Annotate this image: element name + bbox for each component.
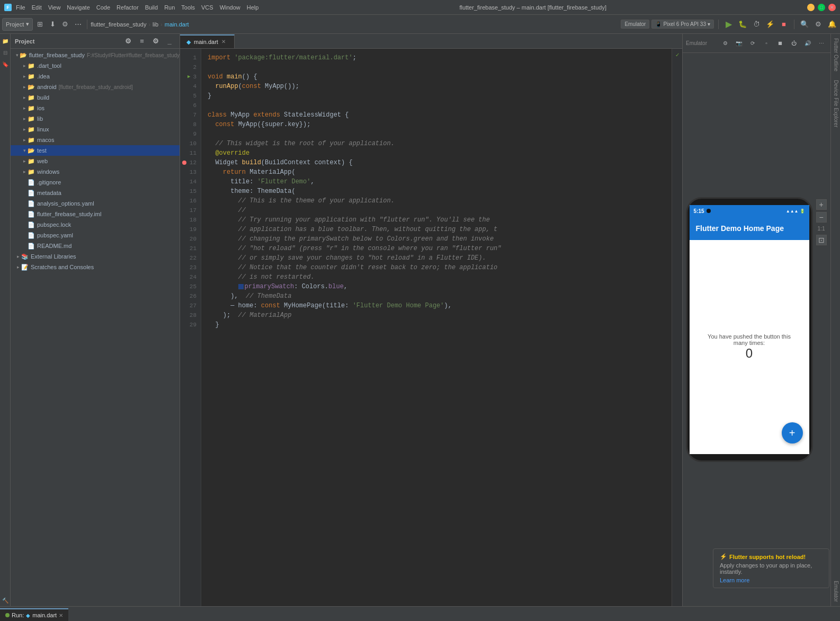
windows-label: windows xyxy=(37,168,59,175)
emulator-btn-5[interactable]: ⏹ xyxy=(774,38,786,49)
notifications-button[interactable]: 🔔 xyxy=(826,19,838,30)
minimize-button[interactable]: ─ xyxy=(807,4,815,11)
line-num-10: 10 xyxy=(180,139,201,148)
tree-web[interactable]: ▸ 📁 web xyxy=(11,156,180,166)
tree-pubspec-yaml[interactable]: 📄 pubspec.yaml xyxy=(11,230,180,241)
search-everywhere-button[interactable]: 🔍 xyxy=(799,19,810,30)
tree-linux[interactable]: ▸ 📁 linux xyxy=(11,124,180,135)
emulator-tab[interactable]: Emulator xyxy=(831,576,840,606)
menu-build[interactable]: Build xyxy=(145,4,158,11)
menu-window[interactable]: Window xyxy=(220,4,240,11)
tree-readme[interactable]: 📄 README.md xyxy=(11,241,180,251)
menu-refactor[interactable]: Refactor xyxy=(117,4,139,11)
close-button[interactable]: ✕ xyxy=(828,4,836,11)
profile-button[interactable]: ⏱ xyxy=(750,19,762,30)
menu-file[interactable]: File xyxy=(16,4,25,11)
settings-button[interactable]: ⚙ xyxy=(59,19,71,30)
device-file-explorer-tab[interactable]: Device File Explorer xyxy=(831,76,840,131)
hot-reload-button[interactable]: ⚡ xyxy=(764,19,776,30)
windows-arrow: ▸ xyxy=(21,168,28,175)
tab-close-button[interactable]: ✕ xyxy=(221,39,228,45)
panel-collapse[interactable]: _ xyxy=(164,36,175,47)
tree-windows[interactable]: ▸ 📁 windows xyxy=(11,166,180,177)
emulator-btn-1[interactable]: ⚙ xyxy=(719,38,731,49)
emulator-btn-6[interactable]: ⏻ xyxy=(788,38,800,49)
emulator-more-btn[interactable]: ⋯ xyxy=(816,38,827,49)
menu-run[interactable]: Run xyxy=(164,4,175,11)
emulator-btn-4[interactable]: ▫ xyxy=(761,38,772,49)
line-num-21: 21 xyxy=(180,244,201,253)
left-icon-project[interactable]: 📁 xyxy=(1,38,10,47)
tree-root[interactable]: ▾ 📂 flutter_firebase_study F:#Study#Flut… xyxy=(11,50,180,60)
panel-icon-2[interactable]: ≡ xyxy=(136,36,148,47)
tree-lib[interactable]: ▸ 📁 lib xyxy=(11,113,180,124)
run-button[interactable]: ▶ xyxy=(723,19,735,30)
toolbar-more-button[interactable]: ⋯ xyxy=(72,19,84,30)
readme-arrow xyxy=(21,243,28,249)
tree-gitignore[interactable]: 📄 .gitignore xyxy=(11,177,180,188)
left-icon-build[interactable]: 🔨 xyxy=(1,598,10,606)
zoom-in-button[interactable]: + xyxy=(816,199,827,210)
code-line-2 xyxy=(201,63,672,72)
analysis-icon: 📄 xyxy=(28,200,35,207)
flutter-outline-tab[interactable]: Flutter Outline xyxy=(831,34,840,76)
tree-scratches[interactable]: ▸ 📝 Scratches and Consoles xyxy=(11,262,180,272)
menu-help[interactable]: Help xyxy=(247,4,259,11)
debug-button[interactable]: 🐛 xyxy=(737,19,748,30)
tree-dart-tool[interactable]: ▸ 📁 .dart_tool xyxy=(11,60,180,71)
device-select[interactable]: 📱 Pixel 6 Pro API 33 ▾ xyxy=(651,20,714,29)
title-bar-left: F File Edit View Navigate Code Refactor … xyxy=(4,4,258,11)
panel-icon-3[interactable]: ⚙ xyxy=(150,36,162,47)
macos-label: macos xyxy=(37,137,54,143)
emulator-btn-2[interactable]: 📷 xyxy=(733,38,745,49)
tree-pubspec-lock[interactable]: 📄 pubspec.lock xyxy=(11,219,180,230)
tree-ios[interactable]: ▸ 📁 ios xyxy=(11,103,180,113)
emulator-btn-7[interactable]: 🔊 xyxy=(802,38,814,49)
root-label: flutter_firebase_study xyxy=(29,52,85,58)
window-controls: ─ □ ✕ xyxy=(807,4,836,11)
tree-metadata[interactable]: 📄 metadata xyxy=(11,188,180,198)
phone-time: 5:15 xyxy=(694,208,704,214)
tree-external-libraries[interactable]: ▸ 📚 External Libraries xyxy=(11,251,180,262)
hot-reload-link[interactable]: Learn more xyxy=(720,577,749,583)
project-select[interactable]: Project ▾ xyxy=(2,18,33,31)
code-line-3: void main() { xyxy=(201,72,672,82)
code-line-13: return MaterialApp( xyxy=(201,167,672,177)
phone-appbar: Flutter Demo Home Page xyxy=(690,217,809,240)
phone-fab-button[interactable]: + xyxy=(782,422,803,443)
menu-vcs[interactable]: VCS xyxy=(201,4,213,11)
web-icon: 📁 xyxy=(28,157,35,165)
save-indicator[interactable]: ✓ xyxy=(674,51,681,58)
hot-reload-banner: ⚡ Flutter supports hot reload! Apply cha… xyxy=(713,548,829,588)
tree-build[interactable]: ▸ 📁 build xyxy=(11,92,180,103)
line-num-25: 25 xyxy=(180,282,201,291)
fit-screen-button[interactable]: ⊡ xyxy=(816,235,827,245)
menu-code[interactable]: Code xyxy=(96,4,110,11)
tree-android[interactable]: ▸ 📂 android [flutter_firebase_study_andr… xyxy=(11,82,180,92)
tab-main-dart[interactable]: ◆ main.dart ✕ xyxy=(180,34,235,48)
code-content[interactable]: import 'package:flutter/material.dart'; … xyxy=(201,49,672,606)
project-structure-button[interactable]: ⊞ xyxy=(34,19,46,30)
maximize-button[interactable]: □ xyxy=(818,4,825,11)
menu-navigate[interactable]: Navigate xyxy=(67,4,90,11)
tree-idea[interactable]: ▸ 📁 .idea xyxy=(11,71,180,82)
tree-analysis-options[interactable]: 📄 analysis_options.yaml xyxy=(11,198,180,209)
ios-arrow: ▸ xyxy=(21,105,28,111)
left-icon-structure[interactable]: ⊟ xyxy=(1,50,10,58)
zoom-out-button[interactable]: − xyxy=(816,212,827,223)
sync-button[interactable]: ⬇ xyxy=(47,19,58,30)
run-tab[interactable]: Run: ◆ main.dart ✕ xyxy=(0,608,68,621)
run-tab-close[interactable]: ✕ xyxy=(59,613,63,618)
stop-button[interactable]: ■ xyxy=(778,19,790,30)
left-icon-bookmarks[interactable]: 🔖 xyxy=(1,61,10,70)
line-num-26: 26 xyxy=(180,291,201,301)
menu-tools[interactable]: Tools xyxy=(181,4,195,11)
menu-edit[interactable]: Edit xyxy=(32,4,42,11)
tree-iml[interactable]: 📄 flutter_firebase_study.iml xyxy=(11,209,180,219)
settings-gear-button[interactable]: ⚙ xyxy=(812,19,824,30)
panel-icon-1[interactable]: ⚙ xyxy=(122,36,134,47)
tree-macos[interactable]: ▸ 📁 macos xyxy=(11,135,180,145)
menu-view[interactable]: View xyxy=(48,4,61,11)
emulator-btn-3[interactable]: ⟳ xyxy=(747,38,758,49)
tree-test[interactable]: ▾ 📂 test xyxy=(11,145,180,156)
